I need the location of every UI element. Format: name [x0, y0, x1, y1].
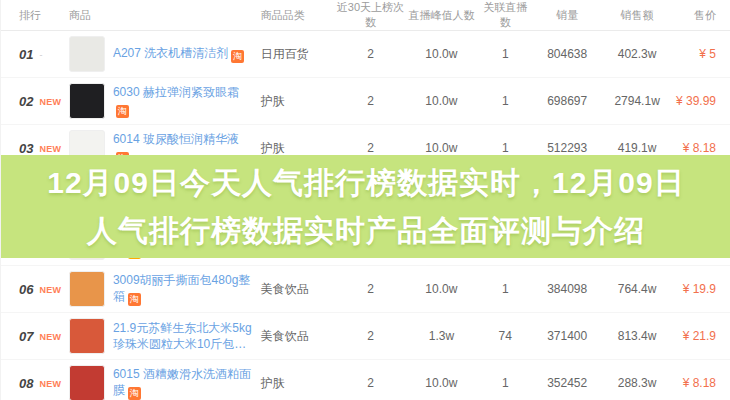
table-row: 07NEW 21.9元苏鲜生东北大米5kg珍珠米圆粒大米10斤包邮真空大米淘 美… — [1, 313, 730, 360]
related-lives-cell: 1 — [478, 282, 532, 296]
sales-volume-cell: 698697 — [532, 94, 602, 108]
times-on-list-cell: 2 — [337, 282, 405, 296]
col-header-times: 近30天上榜次数 — [337, 0, 405, 30]
peak-viewers-cell: 10.0w — [404, 282, 478, 296]
col-header-sales: 销量 — [532, 8, 602, 23]
rank-cell: 07NEW — [1, 329, 69, 344]
platform-badge-icon: 淘 — [128, 387, 141, 400]
rank-trend-indicator: NEW — [39, 144, 61, 154]
platform-badge-icon: 淘 — [116, 105, 129, 118]
ranking-page: 排行 商品 商品品类 近30天上榜次数 直播峰值人数 关联直播数 销量 销售额 … — [0, 0, 730, 400]
sales-volume-cell: 384098 — [532, 282, 602, 296]
promo-banner-line2: 人气排行榜数据实时产品全面评测与介绍 — [87, 207, 645, 255]
rank-cell: 06NEW — [1, 282, 69, 297]
sales-volume-cell: 804638 — [532, 47, 602, 61]
col-header-peak: 直播峰值人数 — [404, 8, 478, 23]
rank-cell: 08NEW — [1, 376, 69, 391]
category-cell: 美食饮品 — [261, 281, 337, 298]
price-cell: ¥ 21.9 — [672, 329, 730, 343]
rank-cell: 02NEW — [1, 94, 69, 109]
peak-viewers-cell: 10.0w — [404, 141, 478, 155]
times-on-list-cell: 2 — [337, 141, 405, 155]
col-header-category: 商品品类 — [261, 8, 337, 23]
times-on-list-cell: 2 — [337, 94, 405, 108]
sales-volume-cell: 371400 — [532, 329, 602, 343]
times-on-list-cell: 2 — [337, 329, 405, 343]
peak-viewers-cell: 10.0w — [404, 376, 478, 390]
category-cell: 护肤 — [261, 93, 337, 110]
table-row: 01- A207 洗衣机槽清洁剂淘 日用百货 2 10.0w 1 804638 … — [1, 31, 730, 78]
product-image[interactable] — [69, 365, 105, 400]
sales-amount-cell: 2794.1w — [602, 94, 672, 108]
table-header: 排行 商品 商品品类 近30天上榜次数 直播峰值人数 关联直播数 销量 销售额 … — [1, 0, 730, 31]
sales-amount-cell: 288.3w — [602, 376, 672, 390]
product-cell: 6015 酒糟嫩滑水洗酒粕面膜淘 — [69, 365, 261, 400]
sales-volume-cell: 352452 — [532, 376, 602, 390]
related-lives-cell: 1 — [478, 94, 532, 108]
peak-viewers-cell: 10.0w — [404, 94, 478, 108]
product-name: A207 洗衣机槽清洁剂 — [113, 46, 228, 60]
related-lives-cell: 1 — [478, 47, 532, 61]
platform-badge-icon: 淘 — [231, 50, 244, 63]
product-cell: 21.9元苏鲜生东北大米5kg珍珠米圆粒大米10斤包邮真空大米淘 — [69, 318, 261, 354]
related-lives-cell: 1 — [478, 376, 532, 390]
product-cell: 3009胡丽手撕面包480g整箱淘 — [69, 271, 261, 307]
rank-number: 03 — [19, 141, 33, 156]
col-header-price: 售价 — [672, 8, 730, 23]
platform-badge-icon: 淘 — [128, 293, 141, 306]
promo-banner-line1: 12月09日今天人气排行榜数据实时，12月09日 — [47, 159, 684, 207]
category-cell: 美食饮品 — [261, 328, 337, 345]
rank-number: 02 — [19, 94, 33, 109]
peak-viewers-cell: 1.3w — [404, 329, 478, 343]
related-lives-cell: 74 — [478, 329, 532, 343]
product-link[interactable]: A207 洗衣机槽清洁剂淘 — [113, 45, 244, 63]
col-header-rank: 排行 — [1, 8, 69, 23]
rank-number: 07 — [19, 329, 33, 344]
related-lives-cell: 1 — [478, 141, 532, 155]
product-cell: A207 洗衣机槽清洁剂淘 — [69, 36, 261, 72]
rank-number: 08 — [19, 376, 33, 391]
rank-trend-indicator: NEW — [39, 97, 61, 107]
price-cell: ¥ 19.9 — [672, 282, 730, 296]
product-link[interactable]: 21.9元苏鲜生东北大米5kg珍珠米圆粒大米10斤包邮真空大米淘 — [113, 320, 255, 352]
category-cell: 日用百货 — [261, 46, 337, 63]
col-header-product: 商品 — [69, 8, 261, 23]
product-name: 6014 玻尿酸恒润精华液 — [113, 132, 239, 146]
times-on-list-cell: 2 — [337, 47, 405, 61]
product-image[interactable] — [69, 83, 105, 119]
sales-amount-cell: 764.4w — [602, 282, 672, 296]
table-row: 02NEW 6030 赫拉弹润紧致眼霜淘 护肤 2 10.0w 1 698697… — [1, 78, 730, 125]
col-header-lives: 关联直播数 — [478, 0, 532, 30]
product-link[interactable]: 3009胡丽手撕面包480g整箱淘 — [113, 272, 255, 306]
sales-amount-cell: 813.4w — [602, 329, 672, 343]
product-image[interactable] — [69, 318, 105, 354]
table-row: 08NEW 6015 酒糟嫩滑水洗酒粕面膜淘 护肤 2 10.0w 1 3524… — [1, 360, 730, 400]
product-image[interactable] — [69, 36, 105, 72]
product-cell: 6030 赫拉弹润紧致眼霜淘 — [69, 83, 261, 119]
rank-cell: 03NEW — [1, 141, 69, 156]
product-name: 6030 赫拉弹润紧致眼霜 — [113, 85, 239, 99]
sales-volume-cell: 512293 — [532, 141, 602, 155]
rank-cell: 01- — [1, 47, 69, 62]
rank-number: 06 — [19, 282, 33, 297]
price-cell: ¥ 8.18 — [672, 141, 730, 155]
rank-trend-indicator: NEW — [39, 379, 61, 389]
promo-banner-overlay: 12月09日今天人气排行榜数据实时，12月09日 人气排行榜数据实时产品全面评测… — [1, 155, 730, 258]
product-image[interactable] — [69, 271, 105, 307]
col-header-amount: 销售额 — [602, 8, 672, 23]
rank-trend-indicator: NEW — [39, 332, 61, 342]
price-cell: ¥ 39.99 — [672, 94, 730, 108]
product-name: 21.9元苏鲜生东北大米5kg珍珠米圆粒大米10斤包邮真空大米 — [113, 321, 252, 352]
sales-amount-cell: 419.1w — [602, 141, 672, 155]
rank-trend-indicator: - — [39, 50, 42, 60]
price-cell: ¥ 8.18 — [672, 376, 730, 390]
rank-number: 01 — [19, 47, 33, 62]
product-link[interactable]: 6030 赫拉弹润紧致眼霜淘 — [113, 84, 255, 118]
category-cell: 护肤 — [261, 140, 337, 157]
category-cell: 护肤 — [261, 375, 337, 392]
peak-viewers-cell: 10.0w — [404, 47, 478, 61]
product-link[interactable]: 6015 酒糟嫩滑水洗酒粕面膜淘 — [113, 366, 255, 400]
times-on-list-cell: 2 — [337, 376, 405, 390]
price-cell: ¥ 5 — [672, 47, 730, 61]
sales-amount-cell: 402.3w — [602, 47, 672, 61]
